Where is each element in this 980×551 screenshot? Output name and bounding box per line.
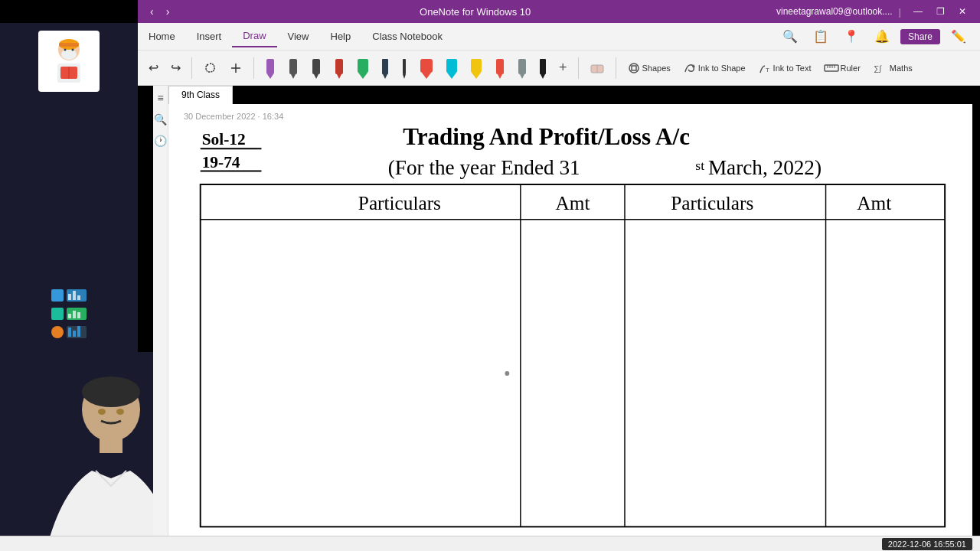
titlebar: ‹ › OneNote for Windows 10 vineetagrawal…	[138, 0, 980, 23]
ink-to-shape-label: Ink to Shape	[698, 64, 746, 73]
shapes-button[interactable]: Shapes	[622, 60, 675, 77]
search-icon[interactable]: 🔍	[778, 28, 802, 45]
close-button[interactable]: ✕	[952, 5, 972, 18]
pen-purple[interactable]	[260, 54, 280, 82]
svg-rect-43	[540, 59, 546, 74]
svg-rect-29	[382, 59, 388, 74]
app-title: OneNote for Windows 10	[174, 6, 776, 18]
svg-rect-41	[518, 59, 526, 74]
ruler-icon	[824, 61, 839, 75]
svg-point-47	[629, 64, 639, 73]
svg-marker-22	[291, 74, 296, 79]
highlighter-green-icon	[357, 57, 369, 79]
toolbar: ↩ ↪	[138, 51, 980, 86]
svg-rect-65	[201, 184, 945, 527]
pen-gray[interactable]	[513, 54, 531, 82]
notebook-tab-9th-class[interactable]: 9th Class	[168, 86, 233, 104]
highlighter-cyan[interactable]	[441, 54, 462, 82]
pen-black-1[interactable]	[283, 54, 303, 82]
pen-black-3-icon	[381, 57, 389, 79]
ink-to-shape-icon	[683, 61, 697, 75]
highlighter-yellow[interactable]	[466, 54, 487, 82]
svg-point-2	[61, 49, 77, 60]
maximize-button[interactable]: ❐	[930, 5, 951, 18]
shapes-icon	[627, 61, 641, 75]
ink-to-text-button[interactable]: T Ink to Text	[753, 60, 816, 77]
svg-text:Particulars: Particulars	[671, 192, 753, 214]
svg-rect-37	[471, 59, 482, 73]
share-button[interactable]: Share	[900, 29, 940, 44]
thumbnail-row-1	[45, 286, 93, 305]
undo-button[interactable]: ↩	[144, 57, 163, 78]
pen-dark[interactable]	[534, 54, 551, 82]
page-area: 30 December 2022 · 16:34 Sol-12 19-74 Tr…	[168, 104, 972, 536]
svg-text:Amt: Amt	[556, 192, 590, 214]
ruler-button[interactable]: Ruler	[819, 60, 865, 77]
menu-home[interactable]: Home	[138, 26, 186, 47]
notebook-tab-bar: 9th Class	[168, 86, 233, 104]
svg-point-12	[82, 377, 140, 407]
svg-rect-23	[312, 59, 320, 74]
highlighter-cyan-icon	[446, 57, 458, 79]
svg-rect-51	[825, 65, 838, 71]
pen-black-3[interactable]	[377, 54, 394, 82]
svg-marker-26	[337, 74, 341, 79]
account-label: vineetagrawal09@outlook....	[776, 6, 893, 17]
add-pen-button[interactable]: +	[554, 57, 572, 79]
menu-draw[interactable]: Draw	[232, 25, 276, 47]
svg-text:Particulars: Particulars	[358, 192, 441, 214]
svg-marker-28	[358, 73, 368, 79]
redo-button[interactable]: ↪	[166, 57, 185, 78]
back-button[interactable]: ‹	[145, 4, 158, 19]
highlighter-green[interactable]	[352, 54, 374, 82]
pen-mode-icon[interactable]: ✏️	[946, 28, 971, 45]
svg-marker-30	[383, 74, 387, 79]
svg-rect-27	[358, 59, 368, 73]
pen-thin-icon	[401, 57, 407, 79]
clipboard-icon[interactable]: 📋	[808, 28, 833, 45]
minimize-button[interactable]: —	[907, 5, 929, 18]
shapes-label: Shapes	[642, 64, 671, 73]
statusbar: 2022-12-06 16:55:01	[0, 536, 980, 551]
svg-point-13	[98, 409, 106, 415]
notification-icon[interactable]: 🔔	[870, 28, 894, 45]
svg-point-14	[116, 409, 124, 415]
svg-rect-31	[403, 59, 406, 74]
maths-icon: ∑∫	[873, 61, 888, 75]
pen-gray-icon	[518, 57, 527, 79]
pen-black-2[interactable]	[306, 54, 326, 82]
menu-view[interactable]: View	[277, 26, 320, 47]
page-date: 30 December 2022 · 16:34	[184, 112, 957, 121]
pen-thin[interactable]	[397, 54, 412, 82]
eraser-button[interactable]	[585, 57, 609, 79]
svg-marker-34	[422, 73, 431, 79]
avatar	[38, 31, 100, 92]
svg-text:Trading And Profit/Loss A/c: Trading And Profit/Loss A/c	[403, 123, 690, 150]
notebook-sections-icon[interactable]: ≡	[157, 92, 163, 104]
svg-text:Amt: Amt	[857, 192, 891, 214]
ruler-label: Ruler	[841, 64, 861, 73]
search-pages-icon[interactable]: 🔍	[154, 113, 167, 126]
svg-rect-15	[100, 438, 122, 453]
recent-pages-icon[interactable]: 🕐	[154, 135, 167, 147]
add-space-button[interactable]	[224, 58, 247, 78]
svg-point-6	[72, 49, 74, 51]
pen-dark-icon	[539, 57, 547, 79]
forward-button[interactable]: ›	[162, 4, 175, 19]
maths-button[interactable]: ∑∫ Maths	[868, 60, 917, 77]
svg-text:st: st	[695, 158, 704, 173]
svg-rect-35	[446, 59, 457, 73]
svg-rect-19	[266, 59, 274, 74]
separator: |	[899, 6, 901, 18]
pen-red[interactable]	[329, 54, 349, 82]
pen-red-2[interactable]	[490, 54, 510, 82]
page-sidebar: ≡ 🔍 🕐	[153, 86, 168, 545]
lasso-select-button[interactable]	[198, 58, 221, 78]
pin-icon[interactable]: 📍	[839, 28, 864, 45]
menu-help[interactable]: Help	[320, 26, 362, 47]
menu-insert[interactable]: Insert	[186, 26, 233, 47]
pen-red-thick[interactable]	[415, 54, 438, 82]
ink-to-shape-button[interactable]: Ink to Shape	[678, 60, 750, 77]
menu-classnotebook[interactable]: Class Notebook	[361, 26, 453, 47]
separator-2	[253, 57, 254, 79]
